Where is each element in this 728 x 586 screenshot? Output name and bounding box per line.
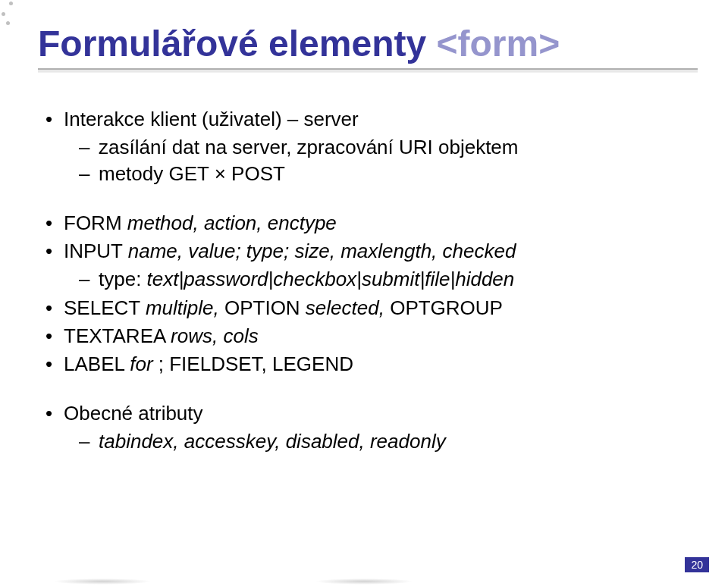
slide: Formulářové elementy <form> Interakce kl… (0, 0, 728, 586)
corner-dots (2, 2, 24, 24)
text: Interakce klient (uživatel) – server (64, 108, 359, 130)
attrs: name, value; type; size, maxlength, chec… (128, 240, 516, 262)
bullet-input: INPUT name, value; type; size, maxlength… (46, 238, 690, 293)
bullet-select: SELECT multiple, OPTION selected, OPTGRO… (46, 295, 690, 321)
sub-send-data: zasílání dat na server, zpracování URI o… (79, 134, 690, 161)
title-wrap: Formulářové elementy <form> (38, 0, 690, 72)
title-code: <form> (437, 24, 560, 64)
sub-methods: metody GET × POST (79, 161, 690, 187)
sub-input-type: type: text|password|checkbox|submit|file… (79, 266, 690, 293)
tag: FORM (64, 212, 127, 234)
shadow-decoration (315, 578, 413, 584)
bullet-textarea: TEXTAREA rows, cols (46, 323, 690, 349)
tag: INPUT (64, 240, 128, 262)
content: Interakce klient (uživatel) – server zas… (38, 72, 690, 455)
shadow-decoration (53, 578, 152, 584)
bullet-interaction: Interakce klient (uživatel) – server zas… (46, 106, 690, 187)
bullet-list: Interakce klient (uživatel) – server zas… (46, 106, 690, 455)
page-number: 20 (685, 557, 709, 572)
bullet-form: FORM method, action, enctype (46, 210, 690, 237)
attrs: method, action, enctype (127, 212, 337, 234)
title-plain: Formulářové elementy (38, 24, 437, 64)
bullet-label: LABEL for ; FIELDSET, LEGEND (46, 351, 690, 378)
bullet-general-attrs: Obecné atributy tabindex, accesskey, dis… (46, 400, 690, 455)
sub-general-attrs: tabindex, accesskey, disabled, readonly (79, 428, 690, 455)
